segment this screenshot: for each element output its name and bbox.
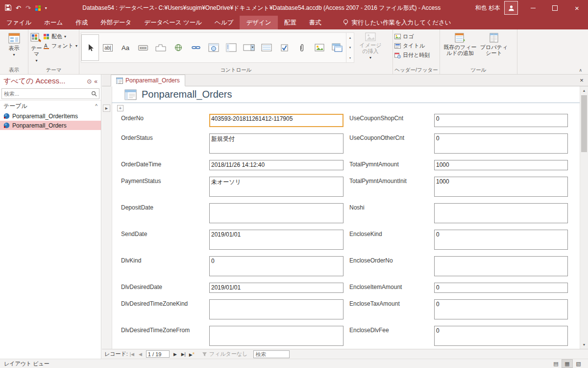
add-existing-fields-button[interactable]: 既存のフィールドの追加 — [441, 31, 479, 56]
gallery-more-icon[interactable]: ▾ — [346, 53, 354, 62]
navigation-control-icon[interactable] — [222, 34, 240, 61]
field-label-totalpymntamount[interactable]: TotalPymntAmount — [349, 160, 434, 168]
field-label-usecouponothercnt[interactable]: UseCouponOtherCnt — [349, 133, 434, 141]
field-label-usecouponshopcnt[interactable]: UseCouponShopCnt — [349, 114, 434, 122]
field-label-depositdate[interactable]: DepositDate — [121, 203, 209, 211]
close-document-icon[interactable]: × — [577, 75, 587, 86]
undo-icon[interactable]: ↶ — [16, 5, 21, 11]
image-control-icon[interactable] — [311, 34, 328, 61]
field-label-totalpymntamountinit[interactable]: TotalPymntAmountInit — [349, 177, 434, 184]
collapse-ribbon-icon[interactable]: ∧ — [579, 68, 582, 73]
field-input-senddate[interactable]: 2019/01/01 — [209, 230, 343, 250]
field-label-enclosetaxamount[interactable]: EncloseTaxAmount — [349, 299, 434, 307]
field-input-dlvdesiredtimezonefrom[interactable] — [209, 326, 343, 346]
hyperlink-icon[interactable] — [170, 34, 187, 61]
next-record-icon[interactable]: ▶ — [171, 352, 179, 357]
form-title[interactable]: Ponparemall_Orders — [142, 89, 232, 100]
maximize-button[interactable] — [544, 0, 566, 16]
field-label-encloseorderno[interactable]: EncloseOrderNo — [349, 256, 434, 264]
field-label-noshi[interactable]: Noshi — [349, 203, 434, 211]
colors-button[interactable]: 配色 ▾ — [43, 33, 77, 40]
date-time-button[interactable]: 日付と時刻 — [394, 52, 430, 59]
record-position-box[interactable]: 1 / 19 — [146, 350, 170, 358]
field-input-enclosetaxamount[interactable]: 0 — [434, 299, 568, 319]
combo-box-icon[interactable] — [240, 34, 258, 61]
nav-search-input[interactable] — [2, 91, 91, 97]
title-button[interactable]: タイトル — [394, 42, 430, 50]
tell-me-box[interactable]: 実行したい作業を入力してください — [336, 16, 458, 29]
record-search-input[interactable] — [254, 351, 289, 357]
field-label-encloseitemamount[interactable]: EncloseItemAmount — [349, 283, 434, 290]
text-box-icon[interactable]: ab| — [99, 34, 117, 61]
document-tab-ponparemall-orders[interactable]: Ponparemall_Orders — [111, 75, 185, 86]
field-label-paymentstatus[interactable]: PaymentStatus — [121, 177, 209, 184]
field-input-depositdate[interactable] — [209, 203, 343, 223]
tab-home[interactable]: ホーム — [38, 16, 69, 29]
nav-item-ponparemall-orders[interactable]: Ponparemall_Orders — [0, 121, 101, 130]
field-input-dlvdesireddate[interactable]: 2019/01/01 — [209, 283, 343, 293]
field-input-encloseitemamount[interactable]: 0 — [434, 283, 568, 293]
touch-mode-icon[interactable] — [35, 5, 41, 11]
field-label-dlvdesiredtimezonefrom[interactable]: DlvDesiredTimeZoneFrom — [121, 326, 209, 334]
themes-button[interactable]: テーマ ▾ — [30, 31, 43, 64]
first-record-icon[interactable]: |◀ — [128, 352, 136, 357]
field-label-enclosedlvfee[interactable]: EncloseDlvFee — [349, 326, 434, 334]
attachment-icon[interactable] — [293, 34, 311, 61]
chain-link-icon[interactable] — [187, 34, 205, 61]
view-button[interactable]: 表示 ▾ — [8, 31, 21, 58]
user-name[interactable]: 和也 杉本 — [475, 4, 500, 12]
save-icon[interactable] — [5, 4, 11, 12]
nav-section-tables[interactable]: テーブル ^ — [0, 100, 101, 111]
field-label-dlvdesiredtimezonekind[interactable]: DlvDesiredTimeZoneKind — [121, 299, 209, 307]
new-record-icon[interactable]: ▶* — [188, 351, 196, 357]
tab-file[interactable]: ファイル — [0, 16, 38, 29]
field-label-dlvkind[interactable]: DlvKind — [121, 256, 209, 264]
check-box-icon[interactable] — [275, 34, 293, 61]
field-input-paymentstatus[interactable]: 未オーソリ — [209, 177, 343, 197]
gallery-scroll-up-icon[interactable]: ▲ — [346, 33, 354, 43]
web-browser-control-icon[interactable] — [205, 34, 222, 61]
last-record-icon[interactable]: ▶| — [179, 352, 188, 357]
form-header[interactable]: Ponparemall_Orders — [112, 86, 580, 103]
field-label-dlvdesireddate[interactable]: DlvDesiredDate — [121, 283, 209, 290]
tab-design[interactable]: デザイン — [240, 16, 277, 29]
field-label-senddate[interactable]: SendDate — [121, 230, 209, 237]
nav-pane-shutter-icon[interactable]: « — [94, 78, 98, 85]
fonts-button[interactable]: A フォント ▾ — [43, 42, 77, 50]
field-input-usecouponothercnt[interactable]: 0 — [434, 133, 568, 154]
field-input-usecouponshopcnt[interactable]: 0 — [434, 114, 568, 127]
field-input-noshi[interactable] — [434, 203, 568, 223]
list-box-icon[interactable] — [258, 34, 275, 61]
field-input-encloseorderno[interactable] — [434, 256, 568, 276]
scroll-up-icon[interactable]: ▲ — [580, 86, 588, 95]
logo-button[interactable]: ロゴ — [394, 33, 430, 40]
field-input-enclosedlvfee[interactable]: 0 — [434, 326, 568, 346]
field-input-totalpymntamountinit[interactable]: 1000 — [434, 177, 568, 197]
field-label-orderdatetime[interactable]: OrderDateTime — [121, 160, 209, 168]
scroll-down-icon[interactable]: ▼ — [580, 341, 588, 349]
tab-arrange[interactable]: 配置 — [278, 16, 303, 29]
field-input-orderstatus[interactable]: 新規受付 — [209, 133, 343, 154]
nav-item-ponparemall-orderitems[interactable]: Ponparemall_OrderItems — [0, 111, 101, 121]
tab-database-tools[interactable]: データベース ツール — [138, 16, 208, 29]
previous-record-icon[interactable]: ◀ — [136, 352, 145, 357]
tab-control-icon[interactable] — [152, 34, 170, 61]
select-pointer-icon[interactable] — [81, 34, 99, 61]
layout-view-button[interactable]: ▦ — [562, 359, 573, 368]
command-button-icon[interactable]: xxxx — [134, 34, 152, 61]
layout-move-handle-icon[interactable]: + — [117, 105, 123, 111]
field-input-orderdatetime[interactable]: 2018/11/26 14:12:40 — [209, 160, 343, 170]
label-icon[interactable]: Aa — [117, 34, 134, 61]
record-selector-icon[interactable]: ▶ — [103, 105, 110, 112]
scrollbar-thumb[interactable] — [581, 95, 587, 152]
gallery-scroll-down-icon[interactable]: ▼ — [346, 43, 354, 53]
subform-icon[interactable] — [328, 34, 346, 61]
field-label-enclosekind[interactable]: EncloseKind — [349, 230, 434, 237]
nav-pane-header[interactable]: すべての Access... ⊙ « — [0, 75, 101, 88]
tab-format[interactable]: 書式 — [303, 16, 328, 29]
form-view-button[interactable]: ▤ — [550, 359, 562, 368]
tab-create[interactable]: 作成 — [69, 16, 94, 29]
field-input-orderno[interactable]: 403593-201811261412-117905 — [209, 114, 343, 127]
search-icon[interactable] — [91, 91, 97, 97]
nav-pane-menu-icon[interactable]: ⊙ — [87, 78, 92, 85]
